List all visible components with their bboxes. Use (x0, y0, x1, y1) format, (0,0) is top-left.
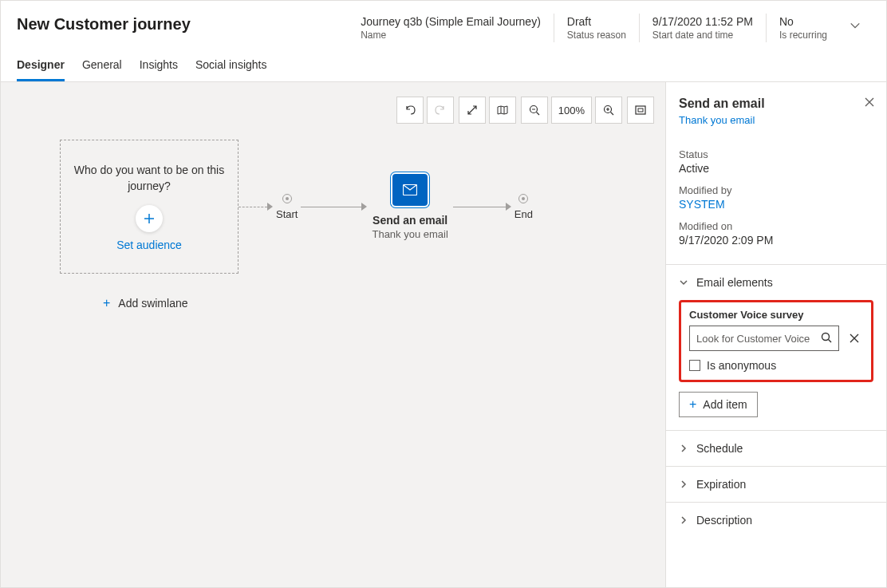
chevron-down-icon (850, 20, 861, 31)
end-label: End (514, 208, 533, 220)
section-description: Description (666, 502, 886, 538)
chevron-right-icon (679, 444, 688, 453)
panel-subtitle-link[interactable]: Thank you email (679, 114, 873, 126)
modifiedby-label: Modified by (679, 184, 873, 196)
chevron-down-icon (679, 278, 688, 287)
title-area: New Customer journey (17, 14, 223, 34)
email-node-subtitle: Thank you email (372, 228, 447, 240)
undo-button[interactable] (396, 97, 424, 124)
add-audience-button[interactable] (136, 205, 163, 232)
meta-status[interactable]: Draft Status reason (554, 14, 639, 42)
panel-info: Status Active Modified by SYSTEM Modifie… (666, 132, 886, 253)
zoom-in-icon (602, 104, 615, 116)
section-email-elements-title: Email elements (696, 276, 773, 289)
tab-designer[interactable]: Designer (17, 58, 65, 81)
start-label: Start (276, 208, 298, 220)
close-icon (849, 333, 860, 344)
flow-row: Who do you want to be on this journey? S… (60, 140, 649, 274)
tab-general[interactable]: General (82, 58, 122, 81)
tab-insights[interactable]: Insights (140, 58, 178, 81)
set-audience-link[interactable]: Set audience (116, 239, 182, 251)
canvas[interactable]: 100% Who do you want to be on this journ… (1, 82, 666, 587)
section-expiration-header[interactable]: Expiration (666, 467, 886, 502)
zoom-in-button[interactable] (595, 97, 622, 124)
connector (453, 207, 506, 207)
chevron-right-icon (679, 515, 688, 525)
survey-input-wrap (689, 326, 839, 351)
plus-icon: + (103, 296, 110, 310)
customer-voice-highlight: Customer Voice survey (679, 300, 873, 382)
flow: Who do you want to be on this journey? S… (60, 140, 649, 310)
audience-question: Who do you want to be on this journey? (69, 162, 230, 194)
page-title: New Customer journey (17, 14, 191, 34)
audience-tile[interactable]: Who do you want to be on this journey? S… (60, 140, 239, 274)
expand-header-button[interactable] (840, 14, 870, 37)
add-item-button[interactable]: + Add item (679, 392, 758, 417)
svg-rect-2 (636, 106, 645, 114)
add-swimlane-button[interactable]: + Add swimlane (103, 296, 649, 310)
end-dot (518, 194, 528, 203)
anonymous-checkbox[interactable] (689, 360, 700, 371)
section-email-elements: Email elements Customer Voice survey (666, 264, 886, 430)
undo-icon (404, 104, 416, 116)
zoom-out-icon (528, 104, 541, 116)
arrow-icon (361, 203, 367, 211)
meta-recurring[interactable]: No Is recurring (766, 14, 840, 42)
connector-dash (239, 207, 267, 207)
survey-label: Customer Voice survey (689, 309, 863, 321)
section-schedule-header[interactable]: Schedule (666, 431, 886, 466)
arrow-icon (267, 203, 273, 211)
properties-panel: Send an email Thank you email Status Act… (666, 82, 886, 587)
status-value: Active (679, 162, 873, 175)
close-icon (864, 97, 875, 108)
expand-icon (466, 104, 479, 116)
panel-header: Send an email Thank you email (666, 82, 886, 132)
zoom-out-button[interactable] (521, 97, 548, 124)
close-panel-button[interactable] (864, 97, 875, 108)
anonymous-row: Is anonymous (689, 359, 863, 372)
modifiedby-value[interactable]: SYSTEM (679, 198, 873, 211)
plus-icon: + (689, 397, 696, 412)
canvas-toolbar: 100% (396, 97, 654, 124)
remove-survey-button[interactable] (846, 330, 863, 347)
header: New Customer journey Journey q3b (Simple… (1, 1, 886, 42)
plus-icon (143, 212, 156, 225)
section-expiration-title: Expiration (696, 478, 746, 491)
connector (301, 207, 361, 207)
tab-social-insights[interactable]: Social insights (195, 58, 267, 81)
panel-title: Send an email (679, 97, 873, 111)
section-description-title: Description (696, 514, 752, 527)
minimap-button[interactable] (489, 97, 516, 124)
add-item-label: Add item (703, 398, 747, 411)
chevron-right-icon (679, 479, 688, 489)
email-node[interactable] (392, 174, 428, 206)
end-node: End (514, 194, 533, 220)
tabs: Designer General Insights Social insight… (1, 42, 886, 82)
meta-start[interactable]: 9/17/2020 11:52 PM Start date and time (639, 14, 766, 42)
zoom-level[interactable]: 100% (551, 97, 592, 124)
start-dot (282, 194, 292, 203)
mail-icon (403, 184, 417, 195)
section-email-elements-body: Customer Voice survey (666, 300, 886, 430)
email-node-title: Send an email (373, 214, 447, 227)
fit-button[interactable] (627, 97, 654, 124)
app-window: New Customer journey Journey q3b (Simple… (0, 0, 887, 588)
section-expiration: Expiration (666, 466, 886, 502)
email-node-col: Send an email Thank you email (372, 174, 447, 240)
section-description-header[interactable]: Description (666, 503, 886, 538)
status-label: Status (679, 148, 873, 160)
anonymous-label: Is anonymous (707, 359, 776, 372)
map-icon (496, 104, 509, 116)
redo-icon (434, 104, 447, 116)
search-icon[interactable] (820, 331, 833, 344)
survey-row (689, 326, 863, 351)
redo-button[interactable] (427, 97, 454, 124)
fullscreen-button[interactable] (459, 97, 486, 124)
add-swimlane-label: Add swimlane (118, 297, 187, 310)
survey-search-input[interactable] (689, 326, 839, 351)
modifiedon-value: 9/17/2020 2:09 PM (679, 234, 873, 247)
start-node: Start (276, 194, 298, 220)
meta-name[interactable]: Journey q3b (Simple Email Journey) Name (348, 14, 554, 42)
fit-icon (634, 104, 647, 116)
section-email-elements-header[interactable]: Email elements (666, 265, 886, 300)
